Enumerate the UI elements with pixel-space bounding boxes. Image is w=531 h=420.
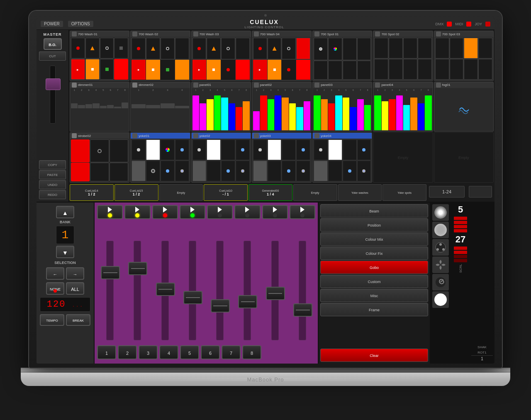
wash01-btn8[interactable]	[114, 59, 128, 79]
spot02-btn2[interactable]	[389, 38, 403, 59]
panel03-ch2[interactable]	[321, 99, 328, 130]
wash03-btn5[interactable]: ▶	[192, 60, 207, 80]
fader-play-7[interactable]	[262, 205, 288, 219]
gobo-thumb-6[interactable]	[432, 291, 449, 308]
yoke01-btn8[interactable]	[175, 161, 189, 181]
dimmer02-ch1[interactable]	[132, 104, 146, 108]
yoke02-btn5[interactable]	[192, 161, 207, 181]
fader-handle-1[interactable]	[101, 266, 120, 279]
fader-handle-7[interactable]	[266, 287, 285, 300]
yoke04-btn6[interactable]	[328, 161, 342, 181]
yoke01-btn1[interactable]	[132, 139, 146, 160]
panel01-ch5[interactable]	[221, 98, 228, 131]
wash03-btn3[interactable]	[221, 38, 235, 59]
spot02-btn6[interactable]	[389, 59, 403, 80]
spot01-btn4[interactable]	[357, 38, 371, 60]
wash01-btn6[interactable]	[85, 59, 100, 79]
panel03-ch1[interactable]	[314, 95, 320, 130]
all-button[interactable]: ALL	[66, 282, 84, 295]
custom-button[interactable]: Custom	[320, 275, 428, 288]
panel02-ch6[interactable]	[289, 103, 296, 131]
panel03-ch6[interactable]	[350, 107, 356, 130]
cut-button[interactable]: CUT	[39, 51, 66, 61]
yoke01-btn7[interactable]	[161, 161, 175, 181]
paste-button[interactable]: PASTE	[39, 170, 66, 179]
wash04-btn8[interactable]	[296, 60, 310, 80]
colour-mix-button[interactable]: Colour Mix	[320, 232, 428, 246]
yoke03-btn3[interactable]	[282, 139, 296, 160]
range-selector[interactable]: 1-24	[429, 186, 465, 198]
spot03-btn4[interactable]	[478, 38, 492, 59]
spot02-btn3[interactable]	[403, 38, 417, 59]
fader-num-4[interactable]: 4	[159, 345, 178, 359]
beam-button[interactable]: Beam	[320, 204, 428, 217]
yoke04-btn2[interactable]	[328, 139, 342, 160]
redo-button[interactable]: REDO	[39, 190, 66, 199]
panel02-ch5[interactable]	[282, 98, 288, 131]
panel04-ch2[interactable]	[382, 101, 388, 130]
yoke03-btn1[interactable]	[253, 139, 267, 160]
fader-play-6[interactable]	[234, 205, 260, 219]
fader-play-8[interactable]	[290, 205, 315, 219]
wash03-btn6[interactable]	[207, 60, 221, 80]
yoke01-btn2[interactable]	[146, 139, 160, 160]
tempo-button[interactable]: TEMPO	[40, 314, 64, 326]
panel01-ch2[interactable]	[200, 103, 206, 131]
cue-yoke-washes[interactable]: Yoke washes	[338, 184, 382, 201]
dimmer01-ch5[interactable]	[100, 106, 107, 108]
cue-empty2[interactable]: Empty	[293, 184, 337, 201]
dimmer01-ch4[interactable]	[93, 103, 99, 108]
yoke01-btn4[interactable]	[175, 139, 189, 160]
panel01-ch1[interactable]	[192, 95, 199, 130]
yoke03-btn2[interactable]	[268, 139, 282, 160]
panel04-ch4[interactable]	[396, 95, 403, 130]
wash02-btn6[interactable]	[146, 60, 160, 80]
dimmer02-ch4[interactable]	[175, 106, 189, 108]
fader-num-8[interactable]: 8	[242, 345, 261, 359]
spot02-btn7[interactable]	[403, 59, 417, 80]
gobo-thumb-1[interactable]	[432, 204, 449, 221]
spot02-btn1[interactable]	[374, 38, 388, 59]
wash02-btn7[interactable]	[161, 60, 175, 80]
options-button[interactable]: OPTIONS	[68, 21, 93, 27]
dimmer01-ch8[interactable]	[122, 103, 128, 108]
panel03-ch8[interactable]	[364, 105, 371, 130]
bo-button[interactable]: B.O.	[44, 38, 62, 50]
colour-fix-button[interactable]: Colour Fix	[320, 247, 428, 260]
panel04-ch5[interactable]	[403, 105, 410, 130]
dimmer01-ch2[interactable]	[78, 105, 85, 108]
wash02-btn1[interactable]	[132, 38, 146, 59]
yoke02-btn4[interactable]	[236, 139, 250, 160]
wash01-btn2[interactable]	[85, 38, 100, 59]
spot03-btn8[interactable]	[478, 59, 492, 80]
strobe02-btn1[interactable]	[71, 139, 90, 162]
cue-cuelist14[interactable]: CueList14 1 / 2	[70, 184, 114, 201]
wash04-btn4[interactable]	[296, 38, 310, 59]
cue-cuelist15[interactable]: CueList15 1 / 2	[114, 184, 158, 201]
panel04-ch3[interactable]	[389, 99, 395, 130]
yoke03-btn5[interactable]	[253, 161, 267, 181]
wash02-btn8[interactable]	[175, 60, 189, 80]
strobe02-btn5[interactable]	[90, 163, 109, 181]
panel03-ch4[interactable]	[335, 95, 342, 130]
spot02-btn8[interactable]	[418, 59, 432, 80]
fader-num-2[interactable]: 2	[118, 345, 137, 359]
strobe02-btn3[interactable]	[110, 139, 128, 162]
spot03-btn2[interactable]	[450, 38, 464, 59]
fader-handle-6[interactable]	[238, 295, 257, 308]
gobo-thumb-2[interactable]	[432, 222, 449, 238]
dimmer02-ch3[interactable]	[161, 103, 175, 108]
spot03-btn5[interactable]	[435, 59, 449, 80]
dimmer01-ch7[interactable]	[114, 107, 121, 108]
yoke01-btn3[interactable]	[161, 139, 175, 160]
wash02-btn4[interactable]	[175, 38, 189, 59]
fader-handle-5[interactable]	[211, 299, 230, 313]
wash01-btn3[interactable]	[100, 38, 114, 59]
yoke01-btn5[interactable]	[132, 161, 146, 181]
fader-handle-3[interactable]	[156, 283, 175, 296]
gobo-thumb-3[interactable]	[432, 239, 449, 256]
spot02-btn4[interactable]	[418, 38, 432, 59]
wash01-btn1[interactable]	[71, 38, 85, 59]
wash04-btn5[interactable]: ▶	[253, 60, 267, 80]
panel04-ch8[interactable]	[425, 95, 431, 130]
